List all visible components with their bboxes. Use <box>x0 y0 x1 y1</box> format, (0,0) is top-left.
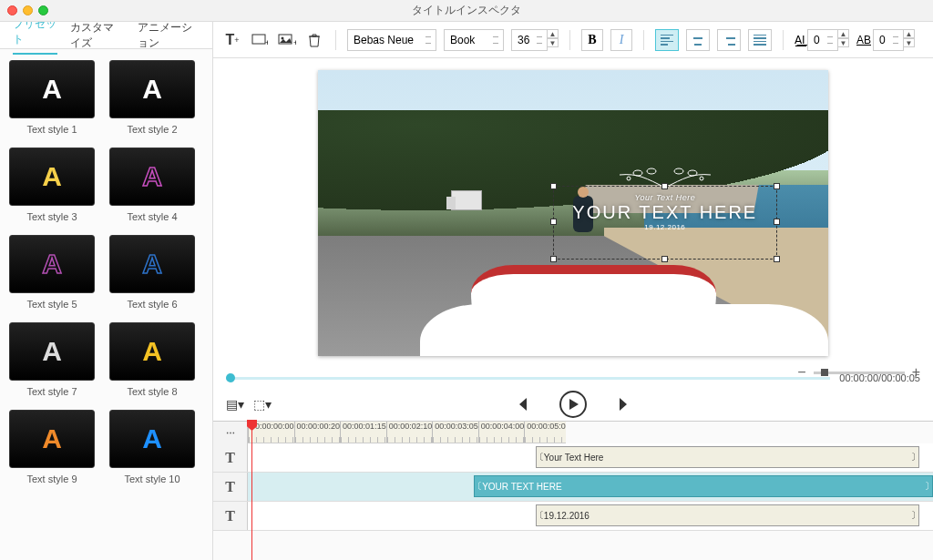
preset-item[interactable]: A Text style 9 <box>9 410 95 484</box>
zoom-slider[interactable] <box>814 372 905 374</box>
track-body[interactable]: 〔 19.12.2016 〕 <box>248 502 933 530</box>
zoom-in-button[interactable]: + <box>912 364 920 381</box>
line-spacing-input[interactable]: 0 <box>873 29 904 51</box>
text-overlay[interactable]: Your Text Here YOUR TEXT HERE 19.12.2016 <box>553 168 777 299</box>
line-spacing-up[interactable]: ▲ <box>904 29 915 38</box>
preset-item[interactable]: A Text style 6 <box>109 235 195 310</box>
handle-tl[interactable] <box>550 183 557 189</box>
preset-thumb: A <box>9 235 95 293</box>
timeline-track: T 〔 19.12.2016 〕 <box>213 502 933 531</box>
scrub-track[interactable] <box>226 377 830 380</box>
preset-item[interactable]: A Text style 1 <box>9 60 95 135</box>
letter-spacing-input[interactable]: 0 <box>807 29 838 51</box>
window-title: タイトルインスペクタ <box>412 3 521 18</box>
preset-thumb: A <box>109 322 195 381</box>
clip-handle-right[interactable]: 〕 <box>912 505 919 525</box>
timeline-zoom: − + <box>797 364 920 381</box>
track-head[interactable]: T <box>213 473 248 501</box>
timeline-clip[interactable]: 〔 Your Text Here 〕 <box>536 446 919 468</box>
track-head[interactable]: T <box>213 443 248 472</box>
svg-text:A: A <box>142 423 162 453</box>
font-size-down[interactable]: ▼ <box>548 38 559 47</box>
scrub-knob[interactable] <box>226 373 235 382</box>
preset-label: Text style 7 <box>9 386 95 397</box>
letter-spacing-down[interactable]: ▼ <box>838 38 849 47</box>
clip-handle-right[interactable]: 〕 <box>912 447 919 467</box>
preset-item[interactable]: A Text style 2 <box>109 60 195 135</box>
ruler-tick: 00:00:01:15 <box>340 422 386 443</box>
play-button[interactable] <box>559 391 587 418</box>
font-family-select[interactable]: Bebas Neue <box>347 29 436 51</box>
align-justify-button[interactable] <box>748 29 772 51</box>
layer-menu-icon[interactable]: ⬚▾ <box>253 397 272 412</box>
handle-mr[interactable] <box>774 219 780 225</box>
clip-handle-left[interactable]: 〔 <box>474 476 481 496</box>
svg-text:A: A <box>42 423 62 453</box>
handle-ml[interactable] <box>550 219 557 225</box>
svg-text:A: A <box>142 74 162 104</box>
preset-item[interactable]: A Text style 3 <box>9 148 95 222</box>
arrange-menu-icon[interactable]: ▤▾ <box>226 397 244 412</box>
line-spacing-down[interactable]: ▼ <box>904 38 915 47</box>
preset-item[interactable]: A Text style 10 <box>109 410 195 484</box>
delete-icon[interactable] <box>304 30 324 50</box>
handle-br[interactable] <box>774 256 780 262</box>
add-shape-icon[interactable]: + <box>250 30 270 50</box>
svg-text:A: A <box>42 336 62 366</box>
preset-label: Text style 5 <box>9 299 95 310</box>
preset-thumb: A <box>9 322 95 381</box>
preview-canvas[interactable]: Your Text Here YOUR TEXT HERE 19.12.2016 <box>318 70 828 356</box>
italic-button[interactable]: I <box>610 29 632 51</box>
timeline-clip[interactable]: 〔 YOUR TEXT HERE 〕 <box>474 475 933 497</box>
preset-item[interactable]: A Text style 8 <box>109 322 195 397</box>
zoom-out-button[interactable]: − <box>797 364 805 381</box>
handle-bl[interactable] <box>550 256 557 262</box>
handle-bm[interactable] <box>661 256 668 262</box>
align-center-button[interactable] <box>686 29 710 51</box>
add-text-icon[interactable]: T+ <box>222 30 242 50</box>
font-weight-select[interactable]: Book <box>444 29 504 51</box>
window-titlebar: タイトルインスペクタ <box>0 0 933 22</box>
ruler-tick: 00:00:04:00 <box>478 422 525 443</box>
preset-item[interactable]: A Text style 4 <box>109 148 195 222</box>
handle-tr[interactable] <box>774 183 780 189</box>
clip-handle-left[interactable]: 〔 <box>536 505 543 525</box>
window-minimize-button[interactable] <box>23 5 33 15</box>
bold-button[interactable]: B <box>581 29 603 51</box>
sidebar: プリセット カスタマイズ アニメーション A Text style 1 A Te… <box>0 22 213 560</box>
clip-handle-right[interactable]: 〕 <box>926 476 933 496</box>
tab-animation[interactable]: アニメーション <box>138 22 200 51</box>
clip-handle-left[interactable]: 〔 <box>536 447 543 467</box>
font-size-up[interactable]: ▲ <box>548 29 559 38</box>
preset-item[interactable]: A Text style 5 <box>9 235 95 310</box>
skip-back-button[interactable] <box>512 392 536 416</box>
ornament-bottom-icon <box>638 286 692 308</box>
tab-presets[interactable]: プリセット <box>13 22 57 55</box>
track-head[interactable]: T <box>213 502 248 530</box>
playhead[interactable] <box>251 422 252 560</box>
track-body[interactable]: 〔 Your Text Here 〕 <box>248 443 933 472</box>
timeline-clip[interactable]: 〔 19.12.2016 〕 <box>536 504 919 526</box>
ruler-tick: 00:00:05:0 <box>524 422 566 443</box>
font-weight-value: Book <box>450 34 475 46</box>
svg-text:A: A <box>42 74 62 104</box>
time-ruler[interactable]: 00:00:00:0000:00:00:2000:00:01:1500:00:0… <box>248 422 566 443</box>
preset-thumb: A <box>109 60 195 118</box>
track-body[interactable]: 〔 YOUR TEXT HERE 〕 <box>248 473 933 501</box>
font-size-value: 36 <box>518 34 529 46</box>
align-right-button[interactable] <box>717 29 741 51</box>
line-spacing-value: 0 <box>879 34 886 46</box>
preset-item[interactable]: A Text style 7 <box>9 322 95 397</box>
handle-tm[interactable] <box>661 183 668 189</box>
align-left-button[interactable] <box>655 29 679 51</box>
add-image-icon[interactable]: + <box>277 30 297 50</box>
preset-thumb: A <box>9 148 95 206</box>
tab-customize[interactable]: カスタマイズ <box>70 22 124 51</box>
window-zoom-button[interactable] <box>38 5 48 15</box>
skip-forward-button[interactable] <box>610 392 634 416</box>
font-size-input[interactable]: 36 <box>511 29 548 51</box>
ruler-tick: 00:00:00:20 <box>294 422 341 443</box>
letter-spacing-up[interactable]: ▲ <box>838 29 849 38</box>
selection-box[interactable] <box>553 186 777 260</box>
window-close-button[interactable] <box>7 5 17 15</box>
